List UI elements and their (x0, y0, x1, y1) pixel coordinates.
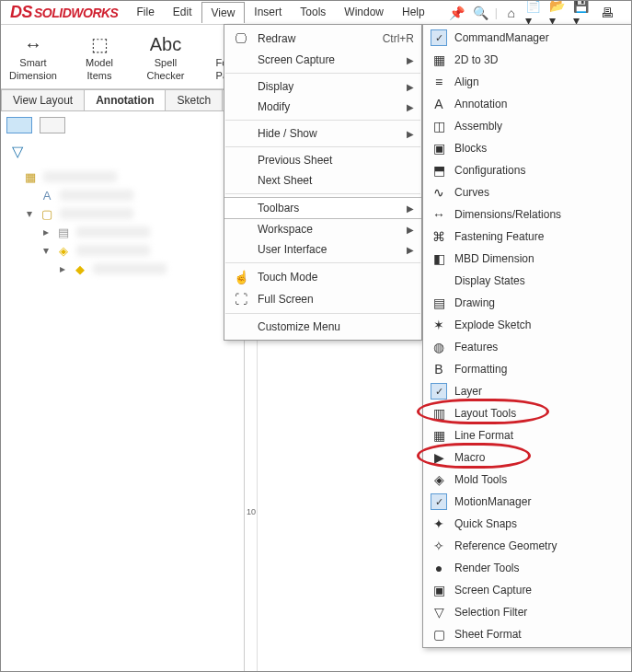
toolbar-item-mold-tools[interactable]: ◈Mold Tools (423, 469, 631, 491)
ribbon-label: Checker (147, 70, 185, 81)
toolbar-label: Assembly (454, 120, 624, 133)
menubar-item-window[interactable]: Window (335, 2, 393, 23)
toolbar-item-commandmanager[interactable]: ✓CommandManager (423, 27, 631, 49)
toolbar-item-line-format[interactable]: ▦Line Format (423, 424, 631, 446)
tree-item[interactable] (60, 190, 133, 201)
toolbar-item-configurations[interactable]: ⬒Configurations (423, 159, 631, 181)
toolbar-label: Align (454, 75, 624, 88)
toolbar-label: Layout Tools (454, 407, 624, 420)
toolbar-item-explode-sketch[interactable]: ✶Explode Sketch (423, 314, 631, 336)
menubar-item-file[interactable]: File (127, 2, 163, 23)
ribbon-label: Model (86, 57, 113, 68)
toolbar-item-align[interactable]: ≡Align (423, 71, 631, 93)
tab-view-layout[interactable]: View Layout (1, 89, 85, 110)
toolbar-item-motionmanager[interactable]: ✓MotionManager (423, 491, 631, 513)
toolbar-item-quick-snaps[interactable]: ✦Quick Snaps (423, 513, 631, 535)
menu-redraw[interactable]: 🖵 Redraw Ctrl+R (224, 28, 421, 50)
ribbon-spell-checker[interactable]: AbcSpellChecker (139, 33, 192, 81)
menu-toolbars[interactable]: Toolbars▶ (224, 197, 421, 219)
toolbar-item-fastening-feature[interactable]: ⌘Fastening Feature (423, 226, 631, 248)
toolbar-item-macro[interactable]: ▶Macro (423, 446, 631, 469)
tab-sketch[interactable]: Sketch (165, 89, 223, 110)
toolbar-item-2d-to-3d[interactable]: ▦2D to 3D (423, 49, 631, 71)
menubar-item-view[interactable]: View (201, 2, 246, 23)
menu-screen-capture[interactable]: Screen Capture▶ (224, 50, 421, 70)
home-icon[interactable]: ⌂ (501, 3, 522, 23)
save-icon[interactable]: 💾▾ (573, 3, 593, 23)
toolbar-icon: ▣ (431, 140, 447, 156)
menubar-item-edit[interactable]: Edit (164, 2, 201, 23)
toolbar-item-layer[interactable]: ✓Layer (423, 380, 631, 402)
toolbar-label: Annotation (454, 98, 624, 110)
tree-item[interactable] (43, 171, 117, 182)
panel-tab-1[interactable] (6, 117, 32, 133)
toolbar-item-curves[interactable]: ∿Curves (423, 181, 631, 203)
tab-annotation[interactable]: Annotation (84, 89, 166, 110)
toolbar-item-layout-tools[interactable]: ▥Layout Tools (423, 402, 631, 424)
spacer (431, 272, 447, 289)
toolbar-item-dimensions-relations[interactable]: ↔Dimensions/Relations (423, 203, 631, 226)
toolbar-item-screen-capture[interactable]: ▣Screen Capture (423, 579, 631, 601)
toolbar-item-blocks[interactable]: ▣Blocks (423, 137, 631, 159)
menu-hide-show[interactable]: Hide / Show▶ (224, 123, 421, 144)
view-icon: ◈ (56, 243, 71, 258)
annotations-icon: A (40, 188, 54, 203)
toolbar-item-render-tools[interactable]: ●Render Tools (423, 557, 631, 579)
ribbon-smart-dimension[interactable]: ↔SmartDimension (6, 33, 60, 81)
toolbar-icon: ▤ (431, 295, 447, 311)
toolbar-icon: ◫ (431, 118, 447, 134)
menu-label: Display (258, 80, 399, 93)
menu-full-screen[interactable]: ⛶Full Screen (224, 288, 421, 310)
ribbon-icon: Abc (150, 33, 181, 55)
menu-label: Redraw (258, 32, 375, 45)
toolbar-item-mbd-dimension[interactable]: ◧MBD Dimension (423, 248, 631, 270)
toolbar-item-display-states[interactable]: Display States (423, 270, 631, 292)
menu-label: Next Sheet (258, 174, 414, 187)
menu-modify[interactable]: Modify▶ (224, 97, 421, 117)
pin-icon[interactable]: 📌 (447, 3, 467, 23)
menu-customize[interactable]: Customize Menu (224, 317, 421, 337)
toolbar-item-assembly[interactable]: ◫Assembly (423, 115, 631, 137)
toolbar-item-formatting[interactable]: BFormatting (423, 358, 631, 380)
toolbar-label: 2D to 3D (454, 53, 624, 66)
toolbar-label: Render Tools (454, 562, 624, 574)
toolbar-item-features[interactable]: ◍Features (423, 336, 631, 358)
menu-user-interface[interactable]: User Interface▶ (224, 239, 421, 260)
tree-item[interactable] (93, 263, 167, 274)
view-menu-dropdown: 🖵 Redraw Ctrl+R Screen Capture▶ Display▶… (224, 24, 422, 341)
toolbar-item-sheet-format[interactable]: ▢Sheet Format (423, 623, 631, 645)
menu-label: Hide / Show (258, 127, 399, 140)
app-name: SOLIDWORKS (34, 6, 118, 20)
panel-tab-2[interactable] (40, 117, 65, 133)
tree-item[interactable] (60, 208, 133, 219)
open-icon[interactable]: 📂▾ (549, 3, 569, 23)
menubar-item-insert[interactable]: Insert (245, 2, 291, 23)
menubar-item-help[interactable]: Help (393, 2, 434, 23)
toolbar-item-reference-geometry[interactable]: ✧Reference Geometry (423, 535, 631, 557)
toolbar-label: Mold Tools (454, 473, 624, 486)
toolbar-label: Formatting (454, 363, 624, 376)
touch-icon: ☝ (232, 270, 250, 284)
redraw-icon: 🖵 (232, 31, 250, 46)
search-icon[interactable]: 🔍 (471, 3, 491, 23)
menu-workspace[interactable]: Workspace▶ (224, 219, 421, 239)
menu-display[interactable]: Display▶ (224, 76, 421, 97)
print-icon[interactable]: 🖶 (597, 3, 617, 23)
menu-label: Modify (258, 100, 399, 113)
menu-previous-sheet[interactable]: Previous Sheet (224, 150, 421, 170)
filter-icon[interactable]: ▽ (1, 139, 244, 164)
toolbar-item-selection-filter[interactable]: ▽Selection Filter (423, 601, 631, 623)
toolbar-item-annotation[interactable]: AAnnotation (423, 93, 631, 115)
toolbar-label: Features (454, 341, 624, 353)
menu-next-sheet[interactable]: Next Sheet (224, 170, 421, 191)
ribbon-model-items[interactable]: ⬚ModelItems (73, 33, 126, 81)
tree-item[interactable] (76, 245, 150, 256)
toolbar-item-drawing[interactable]: ▤Drawing (423, 292, 631, 314)
menu-touch-mode[interactable]: ☝Touch Mode (224, 266, 421, 288)
tree-item[interactable] (76, 226, 150, 238)
ribbon-label: Smart (19, 57, 46, 68)
toolbar-icon: ✧ (431, 538, 447, 554)
new-icon[interactable]: 📄▾ (525, 3, 546, 23)
menubar: DS SOLIDWORKS FileEditViewInsertToolsWin… (1, 1, 631, 25)
menubar-item-tools[interactable]: Tools (291, 2, 335, 23)
